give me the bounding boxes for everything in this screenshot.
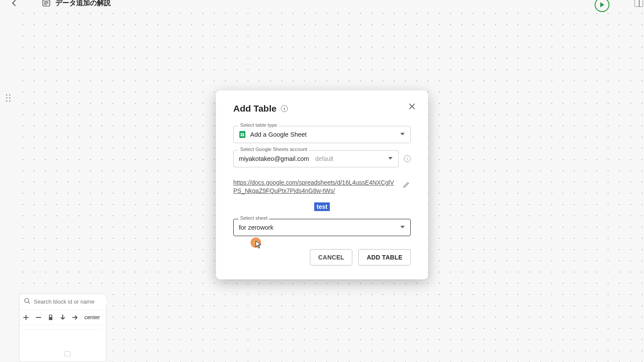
chevron-down-icon xyxy=(400,131,405,138)
sheet-name-badge: test xyxy=(314,202,330,211)
add-table-modal: Add Table i Select table type Add a Goog… xyxy=(216,90,428,280)
info-icon[interactable]: i xyxy=(404,155,411,162)
chevron-down-icon xyxy=(388,155,393,162)
add-table-button[interactable]: ADD TABLE xyxy=(358,249,411,266)
chevron-down-icon xyxy=(400,224,405,231)
close-icon[interactable] xyxy=(407,102,417,111)
account-default-tag: default xyxy=(315,155,333,162)
edit-pencil-icon[interactable] xyxy=(403,181,411,189)
table-type-value: Add a Google Sheet xyxy=(250,131,307,138)
sheet-select[interactable]: for zerowork xyxy=(233,219,411,236)
cancel-button[interactable]: CANCEL xyxy=(310,249,352,266)
sheet-label: Select sheet xyxy=(238,215,269,221)
modal-title: Add Table xyxy=(233,103,277,114)
info-icon[interactable]: i xyxy=(281,105,288,112)
sheet-value: for zerowork xyxy=(239,224,274,231)
table-type-label: Select table type xyxy=(238,122,279,128)
cursor-icon xyxy=(255,240,261,249)
modal-overlay: Add Table i Select table type Add a Goog… xyxy=(0,0,644,362)
account-select[interactable]: miyakotakeo@gmail.com default xyxy=(233,150,399,167)
google-sheet-icon xyxy=(239,131,246,138)
account-label: Select Google Sheets account xyxy=(238,147,309,152)
table-type-select[interactable]: Add a Google Sheet xyxy=(233,126,411,143)
account-value: miyakotakeo@gmail.com xyxy=(239,155,309,162)
spreadsheet-url-link[interactable]: https://docs.google.com/spreadsheets/d/1… xyxy=(233,179,398,195)
